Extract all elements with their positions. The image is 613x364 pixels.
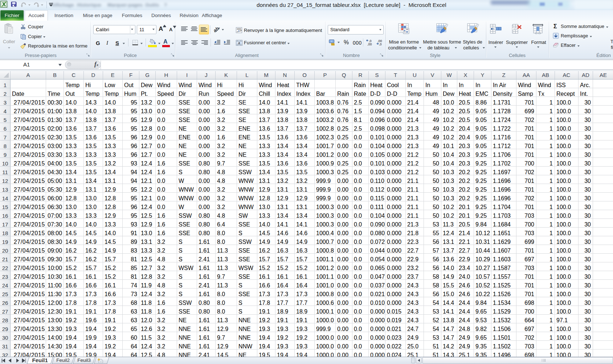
svg-text:,0: ,0 <box>379 42 382 46</box>
svg-text:,00: ,00 <box>367 42 372 46</box>
svg-text:a: a <box>238 41 240 45</box>
svg-text:ab: ab <box>214 26 220 33</box>
